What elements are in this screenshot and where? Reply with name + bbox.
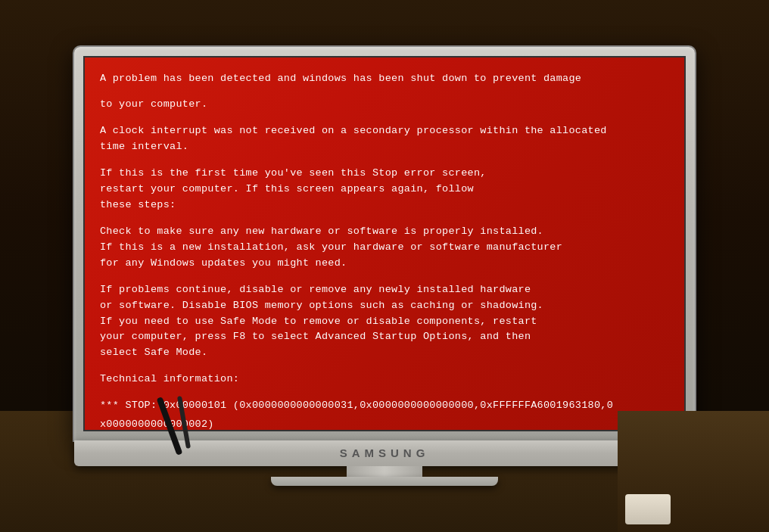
bsod-first-time: If this is the first time you've seen th…: [100, 166, 669, 213]
bsod-line1: A problem has been detected and windows …: [100, 71, 669, 87]
screen: A problem has been detected and windows …: [83, 56, 686, 431]
cables: [151, 396, 265, 426]
monitor-stand-neck: [347, 466, 422, 476]
screen-content: A problem has been detected and windows …: [85, 58, 684, 431]
bsod-clock-interrupt: A clock interrupt was not received on a …: [100, 123, 669, 155]
desk-items-right: [618, 411, 769, 532]
monitor-bottom-bezel: SAMSUNG: [74, 440, 695, 467]
bsod-line2: to your computer.: [100, 97, 669, 113]
monitor-bezel: A problem has been detected and windows …: [74, 47, 695, 440]
desk-item-1: [625, 494, 671, 524]
bsod-problems-continue: If problems continue, disable or remove …: [100, 282, 669, 362]
bsod-technical-info: Technical information:: [100, 372, 669, 387]
monitor-brand: SAMSUNG: [340, 446, 430, 459]
monitor-stand-base: [271, 477, 498, 486]
bsod-check-hardware: Check to make sure any new hardware or s…: [100, 224, 669, 272]
